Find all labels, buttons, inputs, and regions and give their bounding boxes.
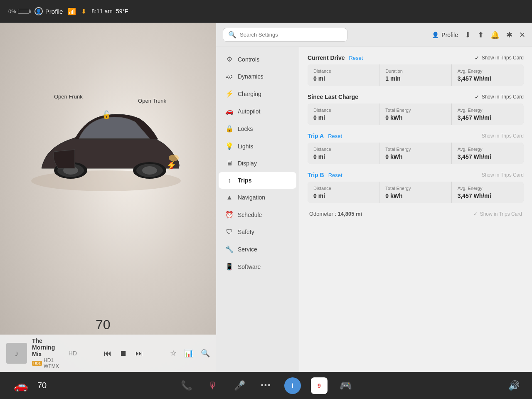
checkmark-icon: ✓ [475,94,479,100]
settings-content: Current Drive Reset ✓ Show in Trips Card… [299,47,532,372]
taskbar-phone-button[interactable]: 📞 [178,377,195,394]
header-profile-label: Profile [441,32,458,38]
trip-cell: Total Energy 0 kWh [379,182,451,203]
taskbar-center: 📞 🎙 🎤 ••• i 9 🎮 [178,377,354,394]
taskbar: 🚗 70 📞 🎙 🎤 ••• i 9 🎮 🔊 [0,372,532,399]
taskbar-speed: 70 [37,381,47,390]
prev-button[interactable]: ⏮ [104,349,111,358]
open-frunk-label[interactable]: Open Frunk [54,94,83,100]
header-bell-icon[interactable]: 🔔 [490,30,500,39]
music-extras: ☆ 📊 🔍 [170,349,210,358]
trip-cell-label: Avg. Energy [458,108,518,113]
music-title: The Morning Mix [32,337,64,357]
search-input[interactable] [240,32,342,38]
favorite-button[interactable]: ☆ [170,349,177,358]
trip-section-header: Trip A Reset Show in Trips Card [308,133,524,139]
sidebar-item-dynamics[interactable]: 🏎Dynamics [219,68,296,85]
sidebar-item-navigation[interactable]: ▲Navigation [219,189,296,206]
profile-icon-top: 👤 [34,7,43,15]
search-box[interactable]: 🔍 [223,28,347,42]
show-trips-text: Show in Trips Card [482,55,524,61]
battery-fill [19,10,19,13]
header-download-icon[interactable]: ⬇ [465,30,471,39]
nav-label-service: Service [238,246,257,253]
sidebar-item-service[interactable]: 🔧Service [219,241,296,258]
header-bluetooth-icon[interactable]: ✱ [506,30,512,39]
header-profile-button[interactable]: 👤 Profile [432,32,458,38]
signal-icon: 📶 [68,7,76,15]
trip-cell-value: 1 min [385,75,445,82]
sidebar-item-lights[interactable]: 💡Lights [219,138,296,155]
nav-label-trips: Trips [238,177,251,184]
trip-cell: Total Energy 0 kWh [379,103,451,125]
nav-label-charging: Charging [238,91,261,97]
reset-trip_a[interactable]: Reset [328,133,342,139]
music-info: The Morning Mix HD1 HD1 WTMX [32,337,64,369]
sidebar-item-trips[interactable]: ↕Trips [219,172,296,189]
checkmark-icon: ✓ [475,55,479,61]
sidebar-item-autopilot[interactable]: 🚗Autopilot [219,103,296,120]
next-button[interactable]: ⏭ [135,349,143,358]
status-bar: 0% 👤 Profile 📶 ⬇ 8:11 am 59°F [0,0,532,23]
odometer-show-toggle[interactable]: ✓ Show in Trips Card [473,211,522,217]
taskbar-siri-button[interactable]: 🎤 [231,377,248,394]
svg-point-6 [142,166,157,175]
header-profile-icon: 👤 [432,32,439,38]
trip-cell-label: Avg. Energy [458,186,518,191]
show-trips-toggle[interactable]: ✓ Show in Trips Card [475,55,524,61]
odometer-row: Odometer : 14,805 mi ✓ Show in Trips Car… [308,211,524,217]
status-left: 0% 👤 Profile 📶 ⬇ 8:11 am 59°F [8,7,524,15]
show-trips-text: Show in Trips Card [482,133,524,139]
reset-current_drive[interactable]: Reset [349,55,363,61]
nav-label-controls: Controls [238,56,259,63]
sidebar-item-software[interactable]: 📱Software [219,258,296,275]
trip-data-grid: Distance 0 mi Duration 1 min Avg. Energy… [308,64,524,86]
main-content: Open Frunk Open Trunk 🔓 ⚡ [0,23,532,372]
nav-icon-charging: ⚡ [225,90,234,98]
trip-cell-value: 0 mi [313,153,373,160]
taskbar-right: 🔊 [354,380,520,391]
trip-cell-value: 0 kWh [385,114,445,121]
show-trips-toggle[interactable]: Show in Trips Card [482,172,524,178]
trip-cell: Distance 0 mi [308,182,379,203]
search-music-button[interactable]: 🔍 [201,349,210,358]
music-quality-icon: HD [69,350,77,357]
sidebar-item-display[interactable]: 🖥Display [219,155,296,172]
taskbar-games-button[interactable]: 🎮 [337,377,354,394]
taskbar-more-button[interactable]: ••• [258,377,274,394]
sidebar-item-safety[interactable]: 🛡Safety [219,224,296,240]
sidebar-item-controls[interactable]: ⚙Controls [219,51,296,68]
profile-button-top[interactable]: 👤 Profile [34,7,63,15]
header-upload-icon[interactable]: ⬆ [478,30,484,39]
show-trips-toggle[interactable]: ✓ Show in Trips Card [475,94,524,100]
trip-cell-label: Distance [313,147,373,152]
lock-icon-car: 🔓 [102,110,111,119]
trip-cell-value: 0 mi [313,192,373,199]
nav-icon-software: 📱 [225,263,234,271]
taskbar-podcast-button[interactable]: 🎙 [204,377,221,394]
taskbar-car-button[interactable]: 🚗 [12,377,29,394]
taskbar-info-button[interactable]: i [284,377,301,394]
show-trips-toggle[interactable]: Show in Trips Card [482,133,524,139]
header-close-icon[interactable]: ✕ [519,30,525,39]
sidebar-item-charging[interactable]: ⚡Charging [219,85,296,102]
nav-label-lights: Lights [238,143,253,150]
trip-cell-label: Distance [313,186,373,191]
taskbar-volume-icon[interactable]: 🔊 [508,380,520,391]
equalizer-button[interactable]: 📊 [184,349,193,358]
stop-button[interactable]: ⏹ [120,349,127,358]
taskbar-calendar-button[interactable]: 9 [311,377,328,394]
nav-icon-controls: ⚙ [225,55,234,63]
nav-icon-locks: 🔒 [225,125,234,133]
battery-indicator: 0% [8,8,30,15]
reset-trip_b[interactable]: Reset [328,172,342,178]
sidebar-item-locks[interactable]: 🔒Locks [219,120,296,137]
temperature: 59°F [116,8,128,15]
car-panel: Open Frunk Open Trunk 🔓 ⚡ [0,23,216,372]
trip-section-trip_a: Trip A Reset Show in Trips Card Distance… [308,133,524,164]
trip-cell-value: 3,457 Wh/mi [458,75,518,82]
battery-bar [18,9,30,14]
open-trunk-label[interactable]: Open Trunk [138,98,166,104]
sidebar-item-schedule[interactable]: ⏰Schedule [219,206,296,223]
charging-lightning-icon: ⚡ [166,160,177,170]
